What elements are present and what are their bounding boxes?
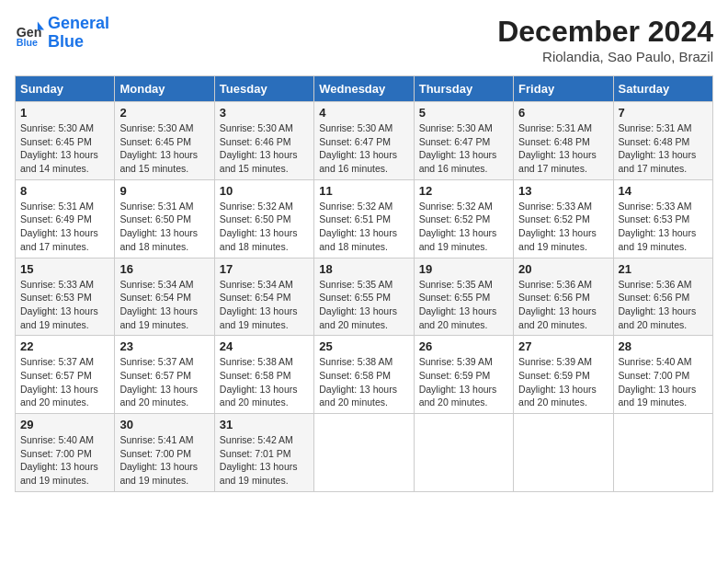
day-info: Sunrise: 5:31 AMSunset: 6:48 PMDaylight:… [619,122,697,174]
calendar-cell: 18Sunrise: 5:35 AMSunset: 6:55 PMDayligh… [314,258,414,336]
calendar-cell: 13Sunrise: 5:33 AMSunset: 6:52 PMDayligh… [514,179,613,258]
day-number: 14 [619,184,708,198]
day-number: 12 [419,184,508,198]
location: Riolandia, Sao Paulo, Brazil [497,49,713,64]
day-number: 26 [419,339,508,353]
day-info: Sunrise: 5:40 AMSunset: 7:00 PMDaylight:… [20,434,98,486]
calendar-cell: 28Sunrise: 5:40 AMSunset: 7:00 PMDayligh… [613,336,712,414]
calendar-cell: 21Sunrise: 5:36 AMSunset: 6:56 PMDayligh… [613,258,712,336]
header-day-monday: Monday [115,76,214,102]
day-number: 21 [619,262,708,276]
calendar-body: 1Sunrise: 5:30 AMSunset: 6:45 PMDaylight… [16,102,713,492]
svg-marker-2 [38,21,44,29]
day-number: 31 [220,418,309,431]
day-info: Sunrise: 5:30 AMSunset: 6:45 PMDaylight:… [119,122,198,174]
week-row-2: 8Sunrise: 5:31 AMSunset: 6:49 PMDaylight… [16,179,713,258]
day-info: Sunrise: 5:39 AMSunset: 6:59 PMDaylight:… [518,356,597,408]
day-info: Sunrise: 5:31 AMSunset: 6:50 PMDaylight:… [119,201,198,252]
day-info: Sunrise: 5:32 AMSunset: 6:51 PMDaylight:… [319,201,397,252]
header-day-friday: Friday [514,76,613,102]
calendar-header: SundayMondayTuesdayWednesdayThursdayFrid… [16,76,713,102]
calendar-cell: 14Sunrise: 5:33 AMSunset: 6:53 PMDayligh… [613,179,712,258]
day-number: 23 [119,339,209,353]
day-info: Sunrise: 5:35 AMSunset: 6:55 PMDaylight:… [319,279,397,330]
logo-icon: Gen Blue [15,18,44,48]
day-number: 9 [119,184,209,198]
calendar-cell: 31Sunrise: 5:42 AMSunset: 7:01 PMDayligh… [214,414,313,492]
day-number: 7 [619,106,708,120]
day-number: 2 [119,106,209,120]
calendar-cell: 17Sunrise: 5:34 AMSunset: 6:54 PMDayligh… [214,258,313,336]
day-number: 28 [619,339,708,353]
calendar-cell: 5Sunrise: 5:30 AMSunset: 6:47 PMDaylight… [414,102,513,180]
calendar-cell: 15Sunrise: 5:33 AMSunset: 6:53 PMDayligh… [16,258,115,336]
calendar-cell: 29Sunrise: 5:40 AMSunset: 7:00 PMDayligh… [16,414,115,492]
calendar-cell [514,414,613,492]
day-info: Sunrise: 5:35 AMSunset: 6:55 PMDaylight:… [419,279,497,330]
day-info: Sunrise: 5:37 AMSunset: 6:57 PMDaylight:… [119,356,198,408]
day-info: Sunrise: 5:39 AMSunset: 6:59 PMDaylight:… [419,356,497,408]
week-row-3: 15Sunrise: 5:33 AMSunset: 6:53 PMDayligh… [16,258,713,336]
calendar-cell: 1Sunrise: 5:30 AMSunset: 6:45 PMDaylight… [16,102,115,180]
day-number: 3 [220,106,309,120]
calendar-cell [414,414,513,492]
calendar-cell: 22Sunrise: 5:37 AMSunset: 6:57 PMDayligh… [16,336,115,414]
header-day-wednesday: Wednesday [314,76,414,102]
week-row-4: 22Sunrise: 5:37 AMSunset: 6:57 PMDayligh… [16,336,713,414]
day-number: 24 [220,339,309,353]
day-info: Sunrise: 5:31 AMSunset: 6:49 PMDaylight:… [20,201,98,252]
header-day-sunday: Sunday [16,76,115,102]
day-number: 8 [20,184,109,198]
calendar-cell: 7Sunrise: 5:31 AMSunset: 6:48 PMDaylight… [613,102,712,180]
day-info: Sunrise: 5:37 AMSunset: 6:57 PMDaylight:… [20,356,98,408]
header-row: SundayMondayTuesdayWednesdayThursdayFrid… [16,76,713,102]
day-number: 20 [518,262,608,276]
calendar-cell: 3Sunrise: 5:30 AMSunset: 6:46 PMDaylight… [214,102,313,180]
day-number: 10 [220,184,309,198]
calendar-cell: 27Sunrise: 5:39 AMSunset: 6:59 PMDayligh… [514,336,613,414]
day-info: Sunrise: 5:36 AMSunset: 6:56 PMDaylight:… [619,279,697,330]
day-number: 19 [419,262,508,276]
day-number: 16 [119,262,209,276]
day-info: Sunrise: 5:31 AMSunset: 6:48 PMDaylight:… [518,122,597,174]
calendar-cell: 30Sunrise: 5:41 AMSunset: 7:00 PMDayligh… [115,414,214,492]
day-info: Sunrise: 5:41 AMSunset: 7:00 PMDaylight:… [119,434,198,486]
day-number: 5 [419,106,508,120]
day-number: 4 [319,106,408,120]
day-number: 25 [319,339,408,353]
week-row-1: 1Sunrise: 5:30 AMSunset: 6:45 PMDaylight… [16,102,713,180]
calendar-cell: 8Sunrise: 5:31 AMSunset: 6:49 PMDaylight… [16,179,115,258]
day-info: Sunrise: 5:32 AMSunset: 6:50 PMDaylight:… [220,201,298,252]
calendar-cell: 12Sunrise: 5:32 AMSunset: 6:52 PMDayligh… [414,179,513,258]
header-day-saturday: Saturday [613,76,712,102]
calendar-cell [613,414,712,492]
day-info: Sunrise: 5:30 AMSunset: 6:47 PMDaylight:… [319,122,397,174]
calendar-cell: 11Sunrise: 5:32 AMSunset: 6:51 PMDayligh… [314,179,414,258]
day-info: Sunrise: 5:32 AMSunset: 6:52 PMDaylight:… [419,201,497,252]
calendar-cell: 25Sunrise: 5:38 AMSunset: 6:58 PMDayligh… [314,336,414,414]
day-info: Sunrise: 5:33 AMSunset: 6:52 PMDaylight:… [518,201,597,252]
calendar-cell: 19Sunrise: 5:35 AMSunset: 6:55 PMDayligh… [414,258,513,336]
day-info: Sunrise: 5:34 AMSunset: 6:54 PMDaylight:… [220,279,298,330]
calendar-cell: 24Sunrise: 5:38 AMSunset: 6:58 PMDayligh… [214,336,313,414]
logo: Gen Blue GeneralBlue [15,15,109,52]
day-number: 18 [319,262,408,276]
day-number: 30 [119,418,209,431]
calendar-cell [314,414,414,492]
day-info: Sunrise: 5:38 AMSunset: 6:58 PMDaylight:… [319,356,397,408]
calendar-table: SundayMondayTuesdayWednesdayThursdayFrid… [15,75,713,492]
month-title: December 2024 [497,15,713,49]
day-number: 27 [518,339,608,353]
day-info: Sunrise: 5:38 AMSunset: 6:58 PMDaylight:… [220,356,298,408]
day-info: Sunrise: 5:30 AMSunset: 6:46 PMDaylight:… [220,122,298,174]
day-number: 15 [20,262,109,276]
day-info: Sunrise: 5:33 AMSunset: 6:53 PMDaylight:… [619,201,697,252]
day-number: 1 [20,106,109,120]
calendar-cell: 16Sunrise: 5:34 AMSunset: 6:54 PMDayligh… [115,258,214,336]
day-number: 11 [319,184,408,198]
calendar-cell: 4Sunrise: 5:30 AMSunset: 6:47 PMDaylight… [314,102,414,180]
day-info: Sunrise: 5:42 AMSunset: 7:01 PMDaylight:… [220,434,298,486]
title-block: December 2024 Riolandia, Sao Paulo, Braz… [497,15,713,64]
calendar-cell: 23Sunrise: 5:37 AMSunset: 6:57 PMDayligh… [115,336,214,414]
week-row-5: 29Sunrise: 5:40 AMSunset: 7:00 PMDayligh… [16,414,713,492]
